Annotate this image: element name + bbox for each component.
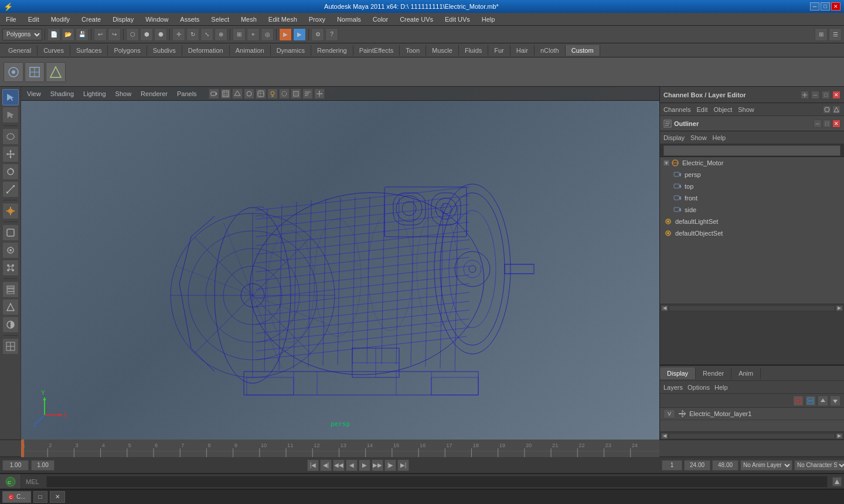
shelf-tab-subdivs[interactable]: Subdivs [147, 45, 182, 56]
new-scene-btn[interactable]: 📄 [47, 28, 60, 41]
paint-btn[interactable]: ⬣ [154, 28, 167, 41]
layer-layer-btn[interactable] [805, 396, 816, 406]
vp-grid-icon[interactable] [220, 88, 231, 99]
snap-grid-btn[interactable]: ⊞ [233, 28, 246, 41]
expand-motor[interactable]: ▼ [663, 160, 669, 166]
vp-menu-renderer[interactable]: Renderer [138, 89, 170, 98]
layer-tab-anim[interactable]: Anim [731, 367, 761, 379]
viewport[interactable]: View Shading Lighting Show Renderer Pane… [21, 87, 659, 440]
open-btn[interactable]: 📂 [62, 28, 74, 41]
channelbox-close-btn[interactable]: ✕ [832, 91, 840, 99]
frame-start-input[interactable] [2, 460, 29, 471]
tree-item-persp[interactable]: persp [660, 169, 844, 181]
outliner-scrollbar[interactable]: ◀ ▶ [660, 304, 844, 312]
menu-select[interactable]: Select [207, 15, 233, 24]
outliner-menu-help[interactable]: Help [713, 134, 726, 141]
vp-menu-panels[interactable]: Panels [175, 89, 199, 98]
select-mode-btn[interactable] [2, 89, 19, 105]
outliner-tree[interactable]: ▼ Electric_Motor persp [660, 157, 844, 304]
prev-key-btn[interactable]: ◀| [320, 459, 332, 471]
range-end-input[interactable] [662, 460, 682, 471]
menu-window[interactable]: Window [142, 15, 172, 24]
play-fwd-btn[interactable]: ▶▶ [372, 459, 383, 471]
rotate-btn[interactable]: ↻ [186, 28, 199, 41]
shelf-tab-dynamics[interactable]: Dynamics [271, 45, 311, 56]
lasso-btn[interactable]: ⬢ [140, 28, 153, 41]
menu-help[interactable]: Help [478, 15, 499, 24]
tree-item-lightset[interactable]: defaultLightSet [660, 216, 844, 227]
layer-scroll-left[interactable]: ◀ [661, 433, 668, 439]
minimize-button[interactable]: ─ [810, 2, 819, 11]
tree-item-side[interactable]: side [660, 204, 844, 216]
outliner-min-btn[interactable]: ─ [814, 120, 822, 128]
cb-icon-1[interactable] [823, 105, 831, 114]
move-tool-btn[interactable] [2, 146, 19, 162]
options-btn[interactable]: ☰ [829, 28, 842, 41]
menu-edit[interactable]: Edit [25, 15, 43, 24]
vp-transform-icon[interactable] [314, 88, 325, 99]
taskbar-btn-close[interactable]: ✕ [50, 491, 65, 503]
shelf-tab-muscle[interactable]: Muscle [426, 45, 459, 56]
vp-resolution-icon[interactable] [291, 88, 301, 99]
quick-layout-btn[interactable] [2, 338, 19, 355]
channelbox-max-btn[interactable]: □ [822, 91, 830, 99]
menu-file[interactable]: File [2, 15, 20, 24]
menu-modify[interactable]: Modify [47, 15, 73, 24]
menu-edit-mesh[interactable]: Edit Mesh [265, 15, 301, 24]
vp-camera-icon[interactable] [209, 88, 219, 99]
shelf-icon-1[interactable] [4, 62, 23, 82]
shelf-tab-fluids[interactable]: Fluids [459, 45, 488, 56]
taskbar-item-1[interactable]: C C... [2, 491, 31, 503]
menu-assets[interactable]: Assets [176, 15, 203, 24]
next-key-btn[interactable]: |▶ [384, 459, 396, 471]
go-start-btn[interactable]: |◀ [307, 459, 319, 471]
menu-create[interactable]: Create [78, 15, 104, 24]
total-end-input2[interactable] [712, 460, 738, 471]
scale-btn[interactable]: ⤡ [200, 28, 213, 41]
tree-item-front[interactable]: front [660, 192, 844, 204]
cb-menu-channels[interactable]: Channels [663, 106, 690, 113]
layer-scrollbar[interactable]: ◀ ▶ [660, 431, 844, 440]
move-btn[interactable]: ✛ [172, 28, 185, 41]
channelbox-min-btn[interactable]: ─ [811, 91, 819, 99]
taskbar-btn-min[interactable]: □ [33, 491, 47, 503]
lasso-select-btn[interactable] [2, 128, 19, 145]
ipr-btn[interactable]: ▶ [293, 28, 306, 41]
soft-mod-btn[interactable] [2, 224, 19, 241]
rotate-tool-btn[interactable] [2, 164, 19, 180]
vp-menu-show[interactable]: Show [113, 89, 134, 98]
vp-isolate-icon[interactable] [279, 88, 290, 99]
cb-menu-object[interactable]: Object [713, 106, 732, 113]
play-btn[interactable]: ▶ [359, 459, 370, 471]
layer-tab-render[interactable]: Render [696, 367, 731, 379]
menu-mesh[interactable]: Mesh [237, 15, 260, 24]
shelf-tab-rendering[interactable]: Rendering [311, 45, 353, 56]
total-end-input[interactable] [684, 460, 710, 471]
prev-frame-btn[interactable]: ◀◀ [333, 459, 345, 471]
mel-command-input[interactable] [46, 476, 828, 488]
shelf-icon-3[interactable] [46, 62, 66, 82]
outliner-menu-display[interactable]: Display [663, 134, 685, 141]
shelf-tab-surfaces[interactable]: Surfaces [70, 45, 108, 56]
layer-btn[interactable] [2, 281, 19, 298]
scale-tool-btn[interactable] [2, 181, 19, 197]
layer-menu-help[interactable]: Help [714, 384, 728, 391]
shelf-tab-deformation[interactable]: Deformation [182, 45, 230, 56]
timeline-ruler[interactable]: 1 2 3 4 5 6 7 8 9 10 11 12 13 14 15 16 1… [21, 440, 659, 457]
undo-btn[interactable]: ↩ [94, 28, 107, 41]
layer-new-btn[interactable] [793, 396, 804, 406]
outliner-scroll-left[interactable]: ◀ [661, 305, 668, 311]
layer-visibility-btn[interactable]: V [663, 409, 675, 418]
vp-smooth-icon[interactable] [244, 88, 254, 99]
layer-menu-layers[interactable]: Layers [663, 384, 683, 391]
motor-3d-view[interactable]: .wire { stroke: #1a1aaa; fill: none; str… [50, 104, 659, 440]
vp-light-icon[interactable] [267, 88, 278, 99]
vp-wireframe-icon[interactable] [232, 88, 243, 99]
close-button[interactable]: ✕ [831, 2, 840, 11]
sculpt-btn[interactable] [2, 242, 19, 258]
shelf-tab-hair[interactable]: Hair [511, 45, 535, 56]
outliner-close-btn[interactable]: ✕ [832, 120, 840, 128]
prev-btn[interactable]: ◀ [346, 459, 358, 471]
menu-display[interactable]: Display [109, 15, 137, 24]
anim-layer-select[interactable]: No Anim Layer [740, 460, 792, 471]
